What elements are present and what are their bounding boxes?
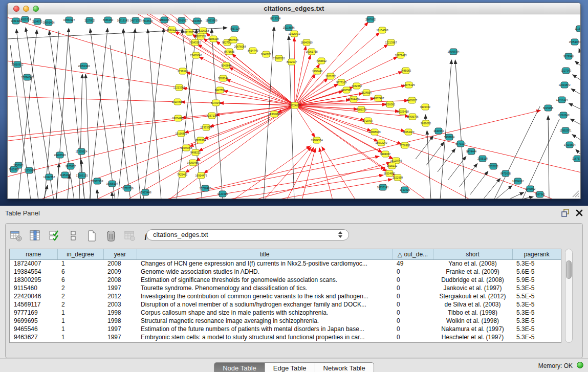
network-edge [204, 105, 295, 173]
table-cell: 6 [57, 268, 103, 276]
table-cell: 9777169 [10, 309, 57, 317]
column-header[interactable]: name [10, 249, 57, 259]
network-edge [294, 37, 295, 105]
network-node-label: 20053346 [78, 64, 90, 68]
network-node-label: 12444194 [556, 98, 568, 101]
network-node-label: 10719145 [117, 19, 128, 22]
table-cell: Wolkin et al. (1998) [433, 317, 512, 325]
table-cell: 9463627 [10, 333, 57, 341]
network-node-label: 16120746 [390, 159, 402, 162]
network-node-label: 16154808 [376, 29, 388, 32]
table-cell: 2012 [103, 292, 137, 300]
column-header[interactable]: pagerank [512, 249, 561, 259]
network-edge [572, 135, 580, 140]
window-zoom-button[interactable] [33, 6, 39, 12]
network-edge [579, 49, 580, 53]
table-cell: 1 [57, 325, 103, 333]
network-edge [227, 79, 295, 105]
table-cell: Estimation of the future numbers of pati… [137, 325, 393, 333]
network-node-label: 19046758 [180, 146, 192, 149]
combo-arrows-icon [338, 231, 342, 239]
network-node-label: 8878334 [195, 139, 206, 142]
table-panel-body: f(x) citations_edges.txt namein_degreeye… [5, 223, 583, 358]
select-columns-icon[interactable] [29, 229, 42, 243]
table-cell: 9115460 [10, 284, 57, 292]
table-cell: 2 [57, 284, 103, 292]
column-header[interactable]: △ out_de... [393, 249, 433, 259]
network-node-label: 25010612 [11, 63, 23, 66]
float-panel-icon[interactable] [561, 209, 570, 217]
network-node-label: 18107554 [171, 100, 183, 103]
network-node-label: 1733426 [400, 188, 410, 191]
column-header[interactable]: in_degree [57, 249, 103, 259]
network-node-label: 8322037 [287, 60, 297, 63]
network-node-label: 9699695 [421, 122, 431, 125]
window-close-button[interactable] [13, 6, 19, 12]
table-row[interactable]: 911546021997Tourette syndrome. Phenomeno… [10, 284, 561, 292]
table-row[interactable]: 1872400712008Changes of HCN gene express… [10, 259, 561, 268]
table-scrollbar[interactable] [565, 249, 573, 343]
network-edge [143, 28, 164, 199]
network-edge [460, 164, 477, 187]
network-node-label: 9120415 [217, 192, 228, 195]
resize-grip[interactable] [571, 189, 579, 198]
table-row[interactable]: 946362711997Embryonic stem cells: a mode… [10, 333, 561, 341]
network-node-label: 8267130 [207, 114, 217, 117]
table-header-row[interactable]: namein_degreeyeartitle△ out_de...shortpa… [10, 249, 561, 259]
network-node-label: 1145190 [60, 173, 70, 177]
network-node-label: 9245652 [525, 187, 535, 190]
table-cell: Stergiakouli et al. (2012) [433, 292, 512, 300]
network-node-label: 17016504 [563, 143, 575, 146]
table-cell: 1 [57, 333, 103, 341]
window-titlebar[interactable]: citations_edges.txt [8, 3, 580, 14]
network-node-label: 10025418 [397, 110, 408, 113]
window-minimize-button[interactable] [23, 6, 29, 12]
table-cell: 1 [57, 259, 103, 268]
network-node-label: 9146821 [261, 53, 271, 56]
network-node-label: 16782759 [121, 187, 133, 190]
table-cell: 49 [393, 259, 433, 268]
column-header[interactable]: year [103, 249, 137, 259]
table-cell: 2009 [103, 268, 137, 276]
table-cell: Yano et al. (2008) [433, 259, 512, 268]
table-row[interactable]: 2242004622012Investigating the contribut… [10, 292, 561, 300]
table-row[interactable]: 1456911722003Disruption of a novel membe… [10, 300, 561, 309]
network-node-label: 16524851 [383, 172, 395, 175]
network-edge [438, 149, 455, 172]
table-row[interactable]: 977716911998Corpus callosum shape and si… [10, 309, 561, 317]
delete-column-icon[interactable] [104, 229, 118, 243]
network-node-label: 20676068 [234, 45, 246, 48]
scrollbar-thumb[interactable] [566, 260, 572, 279]
network-node-label: 19166852 [175, 132, 187, 135]
table-selector[interactable]: citations_edges.txt [146, 229, 349, 240]
table-cell: Tibbo et al. (1998) [433, 309, 512, 317]
close-panel-icon[interactable] [576, 209, 583, 216]
network-node-label: 9975887 [66, 165, 76, 168]
row-selection-icon[interactable] [48, 229, 61, 243]
table-row[interactable]: 1938455462009Genome-wide association stu… [10, 268, 561, 276]
table-cell: Disruption of a novel member of a sodium… [137, 300, 393, 309]
network-edge [571, 89, 580, 94]
table-row[interactable]: 946554611997Estimation of the future num… [10, 325, 561, 333]
table-mode-icon[interactable] [10, 229, 23, 243]
network-edge [90, 28, 107, 199]
network-canvas[interactable]: 9361327240557242104971206914061065332715… [8, 14, 580, 199]
table-row[interactable]: 969969511998Structural magnetic resonanc… [10, 317, 561, 325]
network-node-label: 16914479 [195, 174, 207, 177]
network-node-label: 8186328 [208, 37, 219, 40]
table-cell: 5.3E-5 [512, 309, 561, 317]
table-cell: 0 [393, 317, 433, 325]
network-edge [81, 160, 84, 199]
column-header[interactable]: title [137, 249, 393, 259]
table-row[interactable]: 1830029562008Estimation of significance … [10, 276, 561, 284]
network-node-label: 7512619 [142, 19, 153, 23]
network-node-label: 22420046 [190, 54, 202, 57]
create-column-icon[interactable] [85, 229, 99, 243]
network-node-label: 16961758 [306, 50, 317, 53]
row-height-icon[interactable] [67, 229, 80, 243]
status-bar: Memory: OK [0, 358, 588, 372]
network-node-label: 15688520 [273, 57, 285, 60]
network-node-label: 2522954 [393, 176, 403, 179]
network-edge [548, 116, 549, 199]
column-header[interactable]: short [433, 249, 512, 259]
